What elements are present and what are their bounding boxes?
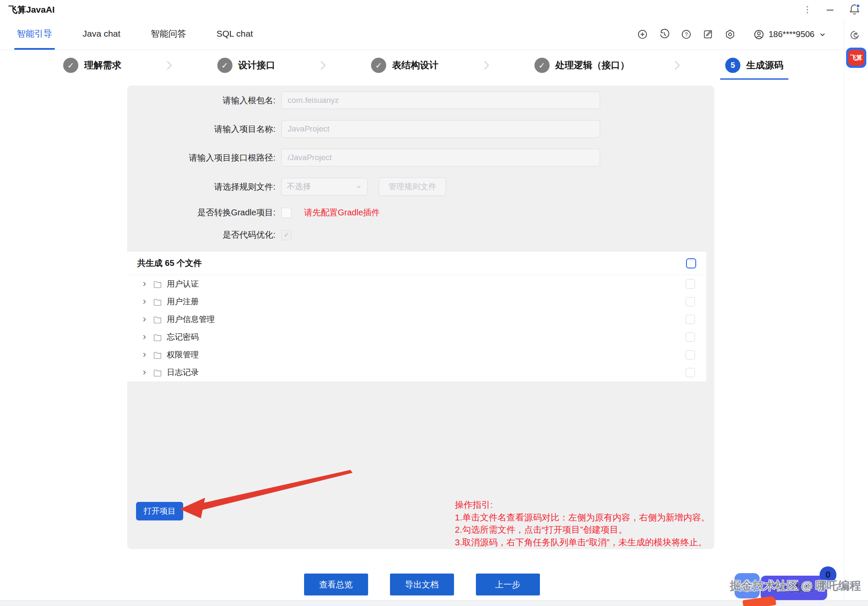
expand-chevron-icon[interactable] [141, 351, 148, 358]
step-done-check-icon: ✓ [63, 58, 78, 73]
form-row-optimize: 是否代码优化: ✓ [127, 229, 714, 241]
guide-title: 操作指引: [455, 499, 710, 511]
edit-icon[interactable] [702, 29, 714, 40]
generated-files-panel: 共生成 65 个文件 用户认证 用户注册 用户信息管理 [127, 252, 706, 381]
chevron-down-icon [818, 30, 827, 39]
account-menu[interactable]: 186****9506 [753, 29, 827, 40]
tab-smart-qa[interactable]: 智能问答 [148, 19, 189, 50]
folder-name[interactable]: 权限管理 [167, 349, 199, 360]
feisuan-app-badge[interactable]: 飞算 [846, 48, 866, 68]
step-separator-chevron-icon [482, 60, 491, 71]
form-row-gradle: 是否转换Gradle项目: 请先配置Gradle插件 [127, 207, 714, 218]
minimize-icon[interactable] [825, 5, 835, 15]
step-separator-chevron-icon [318, 60, 328, 71]
folder-checkbox[interactable] [686, 315, 695, 324]
folder-icon [153, 333, 162, 341]
folder-icon [153, 369, 162, 377]
guide-line-1: 1.单击文件名查看源码对比：左侧为原有内容，右侧为新增内容。 [455, 511, 710, 524]
step-separator-chevron-icon [165, 60, 174, 71]
footer-strip [0, 600, 868, 606]
expand-chevron-icon[interactable] [141, 316, 148, 323]
step-design-api[interactable]: ✓ 设计接口 [217, 50, 275, 80]
user-avatar-icon [753, 29, 765, 40]
step-separator-chevron-icon [673, 60, 682, 71]
folder-icon [153, 280, 162, 288]
folder-name[interactable]: 日志记录 [167, 367, 199, 378]
form-row-root-package: 请输入根包名: [127, 91, 714, 109]
step-wizard: ✓ 理解需求 ✓ 设计接口 ✓ 表结构设计 ✓ 处理逻辑（接口） 5 生成源 [0, 50, 844, 80]
rule-file-label: 请选择规则文件: [127, 181, 281, 193]
folder-icon [153, 316, 162, 324]
kebab-menu-icon[interactable] [802, 5, 812, 15]
select-all-checkbox[interactable] [686, 258, 696, 268]
feisuan-badge-label: 飞算 [848, 50, 864, 66]
step-label: 处理逻辑（接口） [556, 59, 630, 72]
add-icon[interactable] [637, 29, 648, 40]
right-rail: 飞算 [844, 19, 868, 606]
spiral-plugin-icon[interactable] [850, 27, 863, 40]
step-table-structure[interactable]: ✓ 表结构设计 [371, 50, 438, 80]
expand-chevron-icon[interactable] [141, 334, 148, 341]
folder-checkbox[interactable] [686, 350, 695, 359]
toolbar-icons: ? 186****9506 [637, 19, 827, 50]
file-count-summary: 共生成 65 个文件 [137, 257, 202, 269]
api-root-path-input[interactable] [281, 149, 600, 166]
floating-widget-button[interactable] [734, 573, 760, 598]
tab-label: 智能问答 [151, 28, 186, 40]
notification-bell-icon[interactable] [848, 3, 861, 16]
step-done-check-icon: ✓ [217, 58, 232, 73]
root-package-label: 请输入根包名: [127, 95, 281, 106]
folder-row-logs: 日志记录 [127, 364, 706, 381]
step-label: 表结构设计 [392, 59, 438, 72]
folder-row-user-register: 用户注册 [127, 293, 706, 311]
step-done-check-icon: ✓ [534, 58, 550, 73]
tab-sql-chat[interactable]: SQL chat [214, 19, 256, 50]
titlebar: 飞算JavaAI [0, 0, 868, 19]
tab-smart-guide[interactable]: 智能引导 [14, 19, 55, 50]
folder-name[interactable]: 用户信息管理 [167, 314, 215, 325]
step-generate-source[interactable]: 5 生成源码 [725, 50, 783, 80]
api-root-path-label: 请输入项目接口根路径: [127, 152, 281, 164]
folder-checkbox[interactable] [686, 368, 695, 377]
folder-name[interactable]: 用户注册 [167, 296, 199, 307]
root-package-input[interactable] [281, 91, 600, 109]
folder-checkbox[interactable] [686, 297, 695, 306]
expand-chevron-icon[interactable] [141, 281, 148, 287]
folder-icon [153, 351, 162, 359]
main-column: 智能引导 Java chat 智能问答 SQL chat ? [0, 19, 844, 606]
task-count-badge: 0 [820, 566, 836, 583]
tab-label: Java chat [83, 29, 120, 39]
expand-chevron-icon[interactable] [141, 298, 148, 305]
folder-checkbox[interactable] [686, 279, 695, 289]
help-icon[interactable]: ? [681, 29, 692, 40]
prev-step-button[interactable]: 上一步 [476, 574, 540, 595]
open-project-button[interactable]: 打开项目 [136, 502, 183, 520]
view-overview-button[interactable]: 查看总览 [304, 574, 368, 595]
step-understand-requirements[interactable]: ✓ 理解需求 [63, 50, 121, 80]
expand-chevron-icon[interactable] [141, 369, 148, 376]
step-number-badge: 5 [725, 58, 740, 73]
rule-file-select[interactable]: 不选择 [281, 178, 368, 196]
step-label: 生成源码 [746, 59, 783, 72]
folder-name[interactable]: 用户认证 [167, 279, 199, 290]
gradle-label: 是否转换Gradle项目: [127, 207, 281, 218]
svg-text:?: ? [685, 31, 688, 38]
folder-row-user-info: 用户信息管理 [127, 311, 706, 328]
gradle-warning-text: 请先配置Gradle插件 [304, 207, 380, 218]
history-icon[interactable] [659, 29, 670, 40]
step-process-logic[interactable]: ✓ 处理逻辑（接口） [534, 50, 630, 80]
settings-gear-icon[interactable] [724, 29, 736, 40]
form-row-rule-file: 请选择规则文件: 不选择 管理规则文件 [127, 177, 714, 196]
folder-checkbox[interactable] [686, 332, 695, 342]
folder-name[interactable]: 忘记密码 [167, 332, 199, 343]
folder-row-permissions: 权限管理 [127, 346, 706, 364]
gradle-checkbox[interactable] [281, 208, 291, 218]
tab-java-chat[interactable]: Java chat [80, 19, 123, 50]
manage-rule-files-button[interactable]: 管理规则文件 [379, 177, 446, 196]
widget-diamond-icon [740, 578, 755, 594]
export-doc-button[interactable]: 导出文档 [390, 574, 454, 595]
optimize-checkbox[interactable]: ✓ [281, 230, 291, 240]
app-title: 飞算JavaAI [8, 4, 55, 16]
folder-row-user-auth: 用户认证 [127, 275, 706, 293]
project-name-input[interactable] [281, 120, 600, 138]
